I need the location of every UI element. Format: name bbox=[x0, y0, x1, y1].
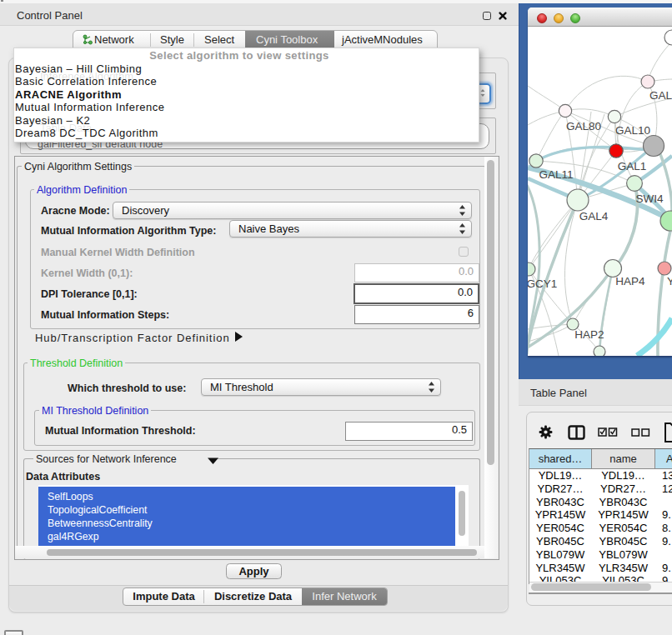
svg-text:GAL80: GAL80 bbox=[566, 120, 601, 132]
svg-text:GAL11: GAL11 bbox=[539, 168, 573, 181]
svg-text:GAL1: GAL1 bbox=[618, 160, 647, 172]
svg-text:GAL4: GAL4 bbox=[579, 210, 609, 222]
svg-text:GAL7: GAL7 bbox=[649, 89, 672, 102]
svg-text:SWI4: SWI4 bbox=[635, 192, 663, 205]
svg-text:GAL10: GAL10 bbox=[615, 124, 650, 137]
svg-text:GCY1: GCY1 bbox=[528, 278, 557, 290]
svg-text:Y: Y bbox=[667, 275, 672, 288]
svg-text:HAP2: HAP2 bbox=[574, 328, 604, 341]
svg-text:HAP4: HAP4 bbox=[615, 275, 645, 288]
